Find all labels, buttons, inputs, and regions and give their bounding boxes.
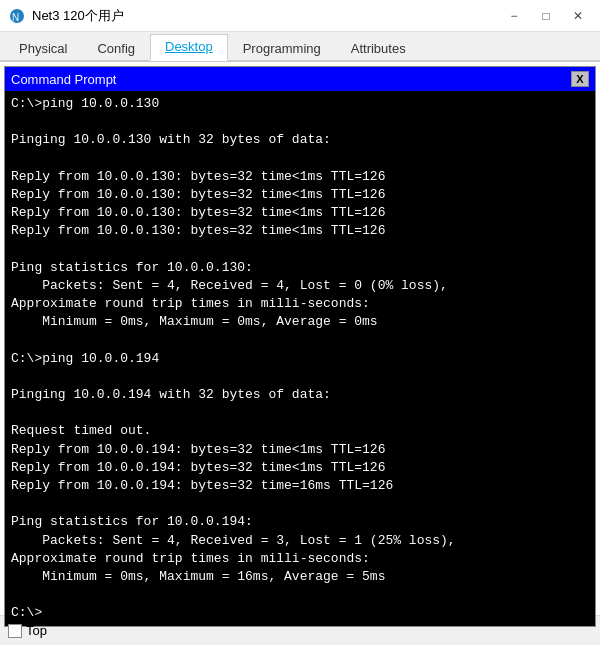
cmd-titlebar: Command Prompt X — [5, 67, 595, 91]
main-content: Command Prompt X C:\>ping 10.0.0.130 Pin… — [0, 62, 600, 615]
tab-physical[interactable]: Physical — [4, 36, 82, 61]
tab-programming[interactable]: Programming — [228, 36, 336, 61]
cmd-close-button[interactable]: X — [571, 71, 589, 87]
cmd-title-text: Command Prompt — [11, 72, 571, 87]
svg-text:N: N — [12, 12, 19, 23]
top-checkbox-label: Top — [26, 623, 47, 638]
window-title: Net3 120个用户 — [32, 7, 500, 25]
cmd-window: Command Prompt X C:\>ping 10.0.0.130 Pin… — [4, 66, 596, 627]
close-button[interactable]: ✕ — [564, 5, 592, 27]
tab-bar: Physical Config Desktop Programming Attr… — [0, 32, 600, 62]
tab-config[interactable]: Config — [82, 36, 150, 61]
tab-desktop[interactable]: Desktop — [150, 34, 228, 61]
top-checkbox-container[interactable]: Top — [8, 623, 47, 638]
maximize-button[interactable]: □ — [532, 5, 560, 27]
minimize-button[interactable]: − — [500, 5, 528, 27]
window-controls: − □ ✕ — [500, 5, 592, 27]
tab-attributes[interactable]: Attributes — [336, 36, 421, 61]
terminal-output[interactable]: C:\>ping 10.0.0.130 Pinging 10.0.0.130 w… — [5, 91, 595, 626]
app-icon: N — [8, 7, 26, 25]
top-checkbox[interactable] — [8, 624, 22, 638]
title-bar: N Net3 120个用户 − □ ✕ — [0, 0, 600, 32]
